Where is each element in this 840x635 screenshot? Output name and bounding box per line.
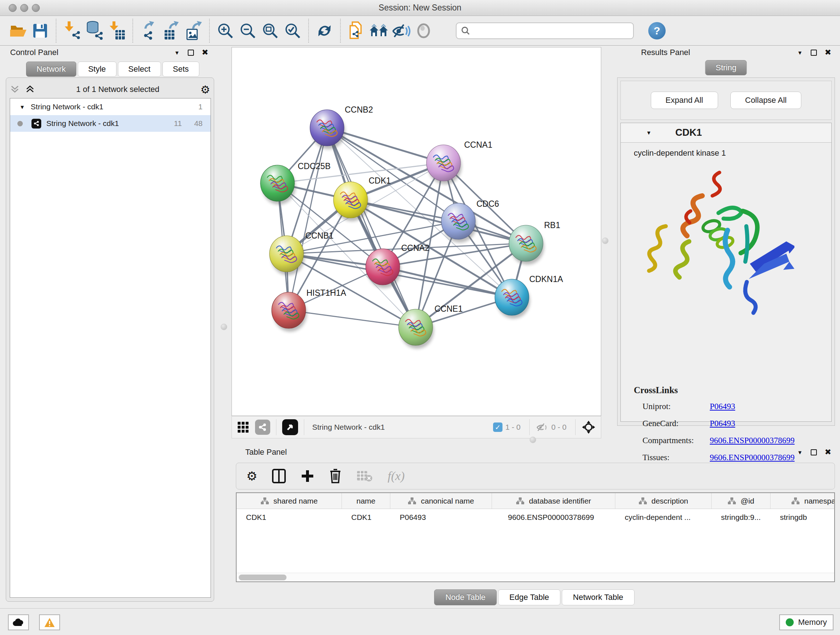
memory-button[interactable]: Memory bbox=[779, 614, 834, 630]
toolbar-separator bbox=[133, 19, 133, 43]
import-network-database-icon[interactable] bbox=[83, 19, 106, 42]
column-header-namespace[interactable]: namespace bbox=[771, 493, 835, 509]
zoom-out-icon[interactable] bbox=[237, 19, 259, 42]
grid-view-icon[interactable] bbox=[237, 421, 249, 433]
table-panel: Table Panel ▼ ✖ ⚙ f(x) shared name name … bbox=[233, 448, 837, 608]
collection-expand-icon[interactable]: ▼ bbox=[19, 104, 25, 110]
table-settings-gear-icon[interactable]: ⚙ bbox=[246, 469, 257, 483]
collapse-all-icon[interactable] bbox=[10, 85, 20, 94]
genecard-link[interactable]: P06493 bbox=[710, 419, 735, 428]
node-table[interactable]: shared name name canonical name database… bbox=[236, 492, 835, 582]
hide-selected-icon[interactable] bbox=[390, 19, 412, 42]
table-row[interactable]: CDK1 CDK1 P06493 9606.ENSP00000378699 cy… bbox=[237, 509, 834, 526]
uniprot-link[interactable]: P06493 bbox=[710, 402, 735, 411]
toolbar-separator bbox=[308, 19, 309, 43]
svg-text:HIST1H1A: HIST1H1A bbox=[306, 288, 347, 298]
cloud-icon bbox=[12, 618, 25, 627]
column-header-description[interactable]: description bbox=[615, 493, 712, 509]
scrollbar-thumb[interactable] bbox=[239, 575, 286, 580]
export-network-icon[interactable] bbox=[137, 19, 160, 42]
network-row[interactable]: String Network - cdk1 11 48 bbox=[10, 115, 210, 132]
selected-checkbox-icon[interactable]: ✓ bbox=[493, 423, 502, 432]
warnings-button[interactable] bbox=[39, 614, 60, 630]
help-icon[interactable]: ? bbox=[648, 22, 666, 40]
fit-crosshair-icon[interactable] bbox=[581, 420, 596, 434]
add-column-icon[interactable] bbox=[301, 469, 314, 483]
left-splitter-handle[interactable] bbox=[221, 324, 227, 330]
results-panel-float-icon[interactable] bbox=[811, 50, 817, 56]
network-view-canvas[interactable]: CCNB2CCNA1CDC25BCDK1CDC6RB1CCNB1CCNA2CDK… bbox=[232, 47, 601, 416]
tab-node-table[interactable]: Node Table bbox=[434, 589, 497, 605]
node-details-header[interactable]: ▼ CDK1 bbox=[621, 123, 831, 143]
bottom-splitter-handle[interactable] bbox=[530, 437, 536, 443]
string-network-graph[interactable]: CCNB2CCNA1CDC25BCDK1CDC6RB1CCNB1CCNA2CDK… bbox=[232, 48, 601, 416]
import-table-file-icon[interactable] bbox=[106, 19, 128, 42]
table-header-row: shared name name canonical name database… bbox=[237, 493, 834, 509]
export-image-icon[interactable] bbox=[182, 19, 205, 42]
show-columns-icon[interactable] bbox=[272, 469, 286, 484]
tab-network-table[interactable]: Network Table bbox=[562, 589, 635, 605]
svg-text:CDKN1A: CDKN1A bbox=[529, 274, 563, 284]
first-neighbors-icon[interactable] bbox=[368, 19, 390, 42]
table-horizontal-scrollbar[interactable] bbox=[237, 573, 834, 581]
table-tabs: Node TableEdge TableNetwork Table bbox=[233, 589, 837, 605]
network-name: String Network - cdk1 bbox=[46, 119, 174, 128]
results-panel-title: Results Panel bbox=[641, 48, 690, 57]
open-session-icon[interactable] bbox=[6, 19, 29, 42]
expand-all-icon[interactable] bbox=[25, 85, 35, 94]
tab-sets[interactable]: Sets bbox=[163, 62, 199, 77]
compartments-link[interactable]: 9606.ENSP00000378699 bbox=[710, 436, 795, 445]
apply-layout-icon[interactable] bbox=[313, 19, 336, 42]
delete-column-icon[interactable] bbox=[329, 469, 342, 484]
search-input[interactable] bbox=[474, 27, 629, 35]
window-title: Session: New Session bbox=[0, 3, 840, 13]
cloud-status-button[interactable] bbox=[8, 614, 29, 630]
export-table-icon[interactable] bbox=[160, 19, 182, 42]
cell-canonical-name: P06493 bbox=[390, 513, 492, 522]
tab-select[interactable]: Select bbox=[118, 62, 161, 77]
svg-text:RB1: RB1 bbox=[544, 220, 561, 230]
network-collection-row[interactable]: ▼ String Network - cdk1 1 bbox=[10, 98, 210, 115]
svg-text:CCNA2: CCNA2 bbox=[401, 243, 429, 253]
table-panel-menu-icon[interactable]: ▼ bbox=[797, 449, 803, 455]
right-splitter-handle[interactable] bbox=[602, 238, 608, 244]
tab-network[interactable]: Network bbox=[26, 62, 76, 77]
table-panel-float-icon[interactable] bbox=[811, 449, 817, 455]
tab-style[interactable]: Style bbox=[78, 62, 117, 77]
zoom-fit-icon[interactable] bbox=[259, 19, 281, 42]
column-header-id[interactable]: @id bbox=[712, 493, 771, 509]
function-builder-icon[interactable]: f(x) bbox=[387, 469, 404, 483]
network-view-share-icon[interactable] bbox=[255, 420, 270, 435]
results-panel-close-icon[interactable]: ✖ bbox=[825, 49, 831, 57]
network-options-gear-icon[interactable]: ⚙ bbox=[201, 83, 210, 96]
save-session-icon[interactable] bbox=[29, 19, 51, 42]
zoom-in-icon[interactable] bbox=[214, 19, 237, 42]
hidden-eye-icon[interactable] bbox=[535, 422, 548, 432]
zoom-selected-icon[interactable] bbox=[281, 19, 304, 42]
new-network-from-selection-icon[interactable] bbox=[345, 19, 368, 42]
node-details-card: ▼ CDK1 cyclin-dependent kinase 1 bbox=[621, 123, 832, 422]
control-panel-title: Control Panel bbox=[10, 48, 58, 57]
node-details-collapse-icon[interactable]: ▼ bbox=[646, 130, 652, 136]
table-panel-close-icon[interactable]: ✖ bbox=[825, 448, 831, 456]
column-header-database-identifier[interactable]: database identifier bbox=[492, 493, 615, 509]
control-panel-menu-icon[interactable]: ▼ bbox=[174, 50, 180, 56]
cell-namespace: stringdb bbox=[771, 513, 835, 522]
column-header-canonical-name[interactable]: canonical name bbox=[390, 493, 492, 509]
results-panel-menu-icon[interactable]: ▼ bbox=[797, 50, 803, 56]
tab-edge-table[interactable]: Edge Table bbox=[498, 589, 561, 605]
control-panel-float-icon[interactable] bbox=[188, 50, 194, 56]
column-header-shared-name[interactable]: shared name bbox=[237, 493, 342, 509]
svg-text:CDK1: CDK1 bbox=[369, 176, 391, 185]
show-all-icon[interactable] bbox=[412, 19, 435, 42]
collapse-all-button[interactable]: Collapse All bbox=[730, 92, 802, 109]
collection-name: String Network - cdk1 bbox=[31, 103, 198, 111]
column-header-name[interactable]: name bbox=[342, 493, 390, 509]
delete-table-icon[interactable] bbox=[356, 470, 373, 483]
import-network-file-icon[interactable] bbox=[61, 19, 83, 42]
birdseye-view-icon[interactable] bbox=[282, 419, 298, 435]
collection-count: 1 bbox=[198, 103, 202, 111]
expand-all-button[interactable]: Expand All bbox=[651, 92, 718, 109]
control-panel-close-icon[interactable]: ✖ bbox=[202, 49, 208, 57]
tab-string[interactable]: String bbox=[705, 60, 747, 75]
